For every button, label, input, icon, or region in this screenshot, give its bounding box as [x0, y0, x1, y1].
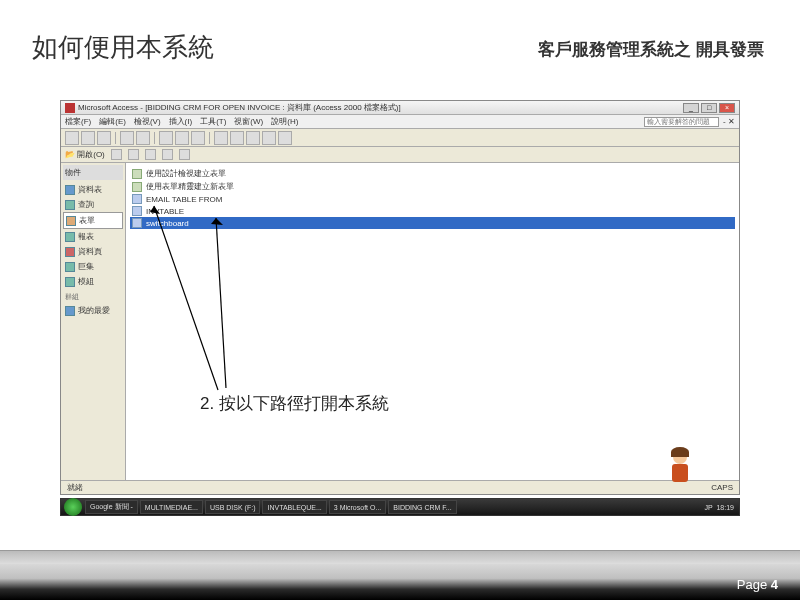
slide-subtitle: 客戶服務管理系統之 開具發票 [538, 38, 764, 61]
table-icon [65, 185, 75, 195]
taskbar-item[interactable]: Google 新聞 - [85, 500, 138, 514]
taskbar-item[interactable]: USB DISK (F:) [205, 500, 261, 514]
nav-groups-header: 群組 [63, 289, 123, 303]
toolbar-button[interactable] [81, 131, 95, 145]
minimize-button[interactable]: _ [683, 103, 699, 113]
db-toolbar-button[interactable] [111, 149, 122, 160]
navigation-pane: 物件 資料表 查詢 表單 報表 資料頁 巨集 模組 群組 我的最愛 [61, 163, 126, 480]
list-item[interactable]: EMAIL TABLE FROM [130, 193, 735, 205]
menubar: 檔案(F) 編輯(E) 檢視(V) 插入(I) 工具(T) 視窗(W) 說明(H… [61, 115, 739, 129]
db-toolbar-button[interactable] [145, 149, 156, 160]
taskbar-item[interactable]: MULTIMEDIAE... [140, 500, 203, 514]
form-icon [66, 216, 76, 226]
macro-icon [65, 262, 75, 272]
taskbar-clock: JP 18:19 [700, 504, 739, 511]
toolbar-separator [154, 132, 155, 144]
favorites-icon [65, 306, 75, 316]
toolbar [61, 129, 739, 147]
toolbar-button[interactable] [278, 131, 292, 145]
nav-reports[interactable]: 報表 [63, 229, 123, 244]
toolbar-button[interactable] [246, 131, 260, 145]
toolbar-button[interactable] [214, 131, 228, 145]
access-icon [65, 103, 75, 113]
status-text: 就緒 [67, 482, 83, 493]
form-object-icon [132, 194, 142, 204]
instruction-text: 2. 按以下路徑打開本系統 [200, 392, 389, 415]
toolbar-separator [209, 132, 210, 144]
start-button[interactable] [64, 498, 82, 516]
report-icon [65, 232, 75, 242]
menu-view[interactable]: 檢視(V) [134, 116, 161, 127]
inner-close-button[interactable]: - ✕ [723, 117, 735, 126]
list-item[interactable]: 使用表單精靈建立新表單 [130, 180, 735, 193]
toolbar-button[interactable] [262, 131, 276, 145]
toolbar-button[interactable] [97, 131, 111, 145]
nav-forms[interactable]: 表單 [63, 212, 123, 229]
query-icon [65, 200, 75, 210]
nav-tables[interactable]: 資料表 [63, 182, 123, 197]
windows-taskbar: Google 新聞 - MULTIMEDIAE... USB DISK (F:)… [60, 498, 740, 516]
object-list: 使用設計檢視建立表單 使用表單精靈建立新表單 EMAIL TABLE FROM … [126, 163, 739, 480]
form-object-icon [132, 218, 142, 228]
db-toolbar-button[interactable] [162, 149, 173, 160]
db-toolbar-button[interactable] [179, 149, 190, 160]
nav-objects-header: 物件 [63, 165, 123, 180]
design-icon [132, 169, 142, 179]
toolbar-button[interactable] [191, 131, 205, 145]
nav-pages[interactable]: 資料頁 [63, 244, 123, 259]
form-object-icon [132, 206, 142, 216]
wizard-icon [132, 182, 142, 192]
list-item-selected[interactable]: switchboard [130, 217, 735, 229]
menu-file[interactable]: 檔案(F) [65, 116, 91, 127]
toolbar-button[interactable] [120, 131, 134, 145]
menu-insert[interactable]: 插入(I) [169, 116, 193, 127]
help-search-input[interactable] [644, 117, 719, 127]
statusbar: 就緒 CAPS [61, 480, 739, 494]
window-controls: _ □ × [683, 103, 735, 113]
toolbar-button[interactable] [175, 131, 189, 145]
toolbar-button[interactable] [136, 131, 150, 145]
window-titlebar: Microsoft Access - [BIDDING CRM FOR OPEN… [61, 101, 739, 115]
taskbar-item[interactable]: BIDDING CRM F... [388, 500, 456, 514]
footer-bar [0, 564, 800, 600]
window-title-text: Microsoft Access - [BIDDING CRM FOR OPEN… [78, 102, 683, 113]
list-item[interactable]: 使用設計檢視建立表單 [130, 167, 735, 180]
nav-macros[interactable]: 巨集 [63, 259, 123, 274]
helper-avatar [667, 450, 693, 490]
toolbar-button[interactable] [159, 131, 173, 145]
slide-title: 如何便用本系統 [32, 30, 214, 65]
page-icon [65, 247, 75, 257]
nav-queries[interactable]: 查詢 [63, 197, 123, 212]
nav-favorites[interactable]: 我的最愛 [63, 303, 123, 318]
database-body: 物件 資料表 查詢 表單 報表 資料頁 巨集 模組 群組 我的最愛 使用設計檢視… [61, 163, 739, 480]
taskbar-item[interactable]: INVTABLEQUE... [262, 500, 326, 514]
menu-window[interactable]: 視窗(W) [234, 116, 263, 127]
nav-modules[interactable]: 模組 [63, 274, 123, 289]
open-button[interactable]: 📂 開啟(O) [65, 149, 105, 160]
page-number: Page 4 [737, 577, 778, 592]
module-icon [65, 277, 75, 287]
toolbar-button[interactable] [230, 131, 244, 145]
access-screenshot: Microsoft Access - [BIDDING CRM FOR OPEN… [60, 100, 740, 495]
list-item[interactable]: INVTABLE [130, 205, 735, 217]
maximize-button[interactable]: □ [701, 103, 717, 113]
footer-separator [0, 550, 800, 564]
menu-tools[interactable]: 工具(T) [200, 116, 226, 127]
db-toolbar: 📂 開啟(O) [61, 147, 739, 163]
taskbar-item[interactable]: 3 Microsoft O... [329, 500, 386, 514]
caps-indicator: CAPS [711, 483, 733, 492]
close-button[interactable]: × [719, 103, 735, 113]
menu-help[interactable]: 說明(H) [271, 116, 298, 127]
toolbar-separator [115, 132, 116, 144]
menu-edit[interactable]: 編輯(E) [99, 116, 126, 127]
db-toolbar-button[interactable] [128, 149, 139, 160]
toolbar-button[interactable] [65, 131, 79, 145]
